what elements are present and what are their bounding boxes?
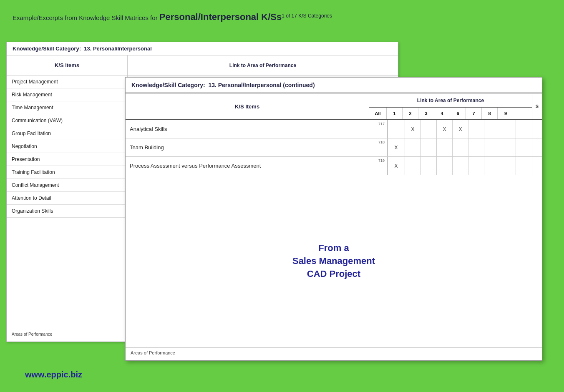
back-ks-item: Conflict Management — [7, 179, 127, 192]
back-category-value: 13. Personal/Interpersonal — [84, 45, 152, 52]
back-ks-item: Communication (V&W) — [7, 114, 127, 127]
cell-9-3 — [516, 157, 532, 175]
center-text-line1: From a — [318, 242, 349, 255]
col-9: 9 — [498, 108, 514, 119]
cell-7-1 — [484, 120, 500, 138]
back-ks-item: Group Facilitation — [7, 127, 127, 140]
cell-4-2 — [453, 138, 468, 156]
cell-6-1 — [468, 120, 484, 138]
front-footer: Areas of Performance — [126, 347, 542, 358]
header-prefix: Example/Excerpts from Knowledge Skill Ma… — [13, 14, 159, 21]
back-category-label: Knowledge/Skill Category: — [13, 45, 81, 52]
cell-s-1 — [532, 120, 542, 138]
back-ks-item: Attention to Detail — [7, 192, 127, 205]
data-header-row: K/S Items Link to Area of Performance Al… — [126, 93, 542, 120]
back-left-col: K/S Items Project Management Risk Manage… — [7, 55, 128, 338]
col-headers: All 1 2 3 4 6 7 8 9 — [369, 108, 532, 119]
cell-8-2 — [500, 138, 516, 156]
cell-2-1 — [421, 120, 437, 138]
col-8: 8 — [482, 108, 498, 119]
website-link: www.eppic.biz — [25, 370, 82, 379]
cell-all-1 — [388, 120, 405, 138]
ks-items-header: K/S Items — [126, 93, 369, 119]
back-footer: Areas of Performance — [7, 330, 57, 338]
center-text-line2: Sales Management — [292, 255, 375, 268]
cell-9-1 — [516, 120, 532, 138]
row-label-3: Process Assessment versus Performance As… — [126, 157, 388, 175]
back-ks-item: Negotiation — [7, 140, 127, 153]
row-label-2: Team Building 718 — [126, 138, 388, 156]
table-row: Team Building 718 X — [126, 138, 542, 157]
center-text-area: From a Sales Management CAD Project — [126, 175, 542, 347]
back-link-header: Link to Area of Performance — [128, 55, 398, 75]
col-all: All — [369, 108, 387, 119]
back-card-header: Knowledge/Skill Category: 13. Personal/I… — [7, 42, 398, 55]
back-ks-item: Project Management — [7, 75, 127, 88]
cell-s-3 — [532, 157, 542, 175]
col-4: 4 — [434, 108, 450, 119]
cell-4-3 — [453, 157, 468, 175]
link-area: Link to Area of Performance All 1 2 3 4 … — [369, 93, 532, 119]
header-suffix: 1 of 17 K/S Categories — [282, 13, 332, 19]
front-category-value: 13. Personal/Interpersonal (continued) — [208, 82, 315, 88]
cell-7-2 — [484, 138, 500, 156]
cell-s-2 — [532, 138, 542, 156]
front-card-header: Knowledge/Skill Category: 13. Personal/I… — [126, 78, 542, 93]
center-text-line3: CAD Project — [307, 268, 360, 281]
col-1: 1 — [387, 108, 403, 119]
cell-6-3 — [468, 157, 484, 175]
cell-8-3 — [500, 157, 516, 175]
cell-1-1: X — [405, 120, 421, 138]
row-label-1: Analytical Skills 717 — [126, 120, 388, 138]
col-6: 6 — [450, 108, 466, 119]
cell-1-2 — [405, 138, 421, 156]
col-3: 3 — [418, 108, 434, 119]
cell-3-2 — [437, 138, 453, 156]
page-header: Example/Excerpts from Knowledge Skill Ma… — [13, 12, 332, 23]
back-ks-item: Organization Skills — [7, 205, 127, 218]
table-row: Process Assessment versus Performance As… — [126, 157, 542, 175]
cell-2-3 — [421, 157, 437, 175]
col-2: 2 — [403, 108, 418, 119]
back-ks-item: Risk Management — [7, 88, 127, 101]
table-row: Analytical Skills 717 X X X — [126, 120, 542, 138]
back-ks-item: Training Facilitation — [7, 166, 127, 179]
cell-3-3 — [437, 157, 453, 175]
col-s: S — [532, 93, 542, 119]
back-ks-header: K/S Items — [7, 55, 127, 75]
cell-4-1: X — [453, 120, 468, 138]
cell-2-2 — [421, 138, 437, 156]
link-header: Link to Area of Performance — [369, 93, 532, 108]
cell-7-3 — [484, 157, 500, 175]
cell-6-2 — [468, 138, 484, 156]
cell-3-1: X — [437, 120, 453, 138]
col-7: 7 — [466, 108, 482, 119]
cell-9-2 — [516, 138, 532, 156]
front-card: Knowledge/Skill Category: 13. Personal/I… — [125, 77, 542, 361]
header-title: Personal/Interpersonal K/Ss — [159, 12, 282, 22]
cell-8-1 — [500, 120, 516, 138]
cell-all-2: X — [388, 138, 405, 156]
back-ks-item: Presentation — [7, 153, 127, 166]
back-ks-item: Time Management — [7, 101, 127, 114]
cell-all-3: X — [388, 157, 405, 175]
data-area: K/S Items Link to Area of Performance Al… — [126, 93, 542, 358]
front-category-label: Knowledge/Skill Category: — [131, 82, 205, 88]
cell-1-3 — [405, 157, 421, 175]
front-card-body: K/S Items Link to Area of Performance Al… — [126, 93, 542, 358]
